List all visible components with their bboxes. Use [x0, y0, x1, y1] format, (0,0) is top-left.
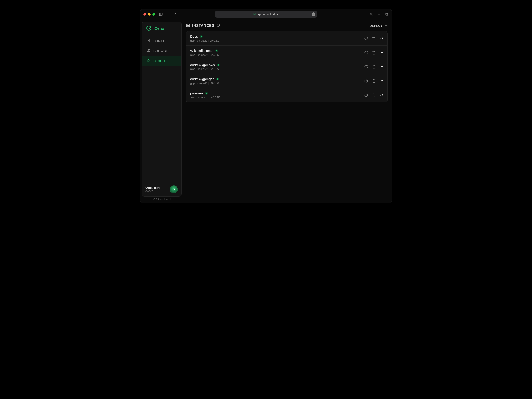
instance-delete-button[interactable]: [372, 37, 376, 40]
close-window-button[interactable]: [143, 13, 146, 16]
cloud-icon: [146, 58, 150, 63]
account-role: owner: [146, 190, 160, 193]
svg-rect-7: [386, 13, 387, 15]
instance-meta: aws | us-east-1 | v0.0.56: [190, 96, 220, 99]
instance-refresh-button[interactable]: [364, 93, 368, 97]
deploy-label: DEPLOY: [370, 24, 383, 27]
instance-open-button[interactable]: [380, 93, 383, 97]
share-icon[interactable]: [369, 13, 373, 16]
sidebar-container: Orca CURATEBROWSECLOUD Orca Test owner S…: [140, 19, 182, 203]
instance-row[interactable]: punakeaaws | us-east-1 | v0.0.56: [186, 88, 387, 102]
instance-delete-button[interactable]: [372, 51, 376, 55]
refresh-instances-button[interactable]: [216, 24, 220, 28]
instance-delete-button[interactable]: [372, 65, 376, 69]
new-tab-icon[interactable]: [377, 13, 381, 16]
lock-icon: [276, 13, 279, 16]
app-body: Orca CURATEBROWSECLOUD Orca Test owner S…: [140, 19, 392, 203]
instance-name: punakea: [190, 91, 203, 95]
svg-point-19: [187, 26, 187, 26]
account-name: Orca Test: [146, 186, 160, 190]
instance-open-button[interactable]: [380, 51, 383, 55]
account-card[interactable]: Orca Test owner S: [142, 182, 181, 196]
instance-name: Wikipedia Texts: [190, 49, 213, 52]
minimize-window-button[interactable]: [148, 13, 151, 16]
tabs-overview-icon[interactable]: [385, 13, 389, 16]
instance-name: andrew-gpu-aws: [190, 63, 215, 67]
sidebar-nav: CURATEBROWSECLOUD: [142, 36, 181, 66]
maximize-window-button[interactable]: [152, 13, 155, 16]
browser-toolbar: app.orcadb.ai ⋯: [140, 9, 392, 19]
sidebar-item-browse[interactable]: BROWSE: [142, 46, 181, 56]
instance-open-button[interactable]: [380, 79, 383, 83]
status-indicator-icon: [216, 78, 219, 81]
svg-marker-10: [148, 40, 149, 41]
instances-icon: [186, 23, 190, 28]
svg-line-12: [149, 51, 150, 51]
svg-point-11: [149, 50, 149, 51]
sidebar-item-label: BROWSE: [153, 49, 168, 53]
instance-delete-button[interactable]: [372, 93, 376, 97]
sidebar-item-label: CURATE: [153, 39, 167, 43]
main-content: INSTANCES DEPLOY Docsgcp | us-east1 | v0…: [182, 19, 392, 203]
sidebar-item-cloud[interactable]: CLOUD: [142, 56, 181, 66]
page-header: INSTANCES DEPLOY: [186, 23, 388, 28]
svg-rect-6: [386, 13, 388, 15]
build-version: v0.2.8-e48eee8: [142, 197, 182, 203]
brand-name: Orca: [154, 26, 165, 31]
svg-point-2: [253, 13, 256, 15]
brand-logo-icon: [146, 25, 152, 32]
status-indicator-icon: [200, 35, 203, 38]
url-text: app.orcadb.ai: [258, 13, 275, 16]
svg-rect-0: [159, 13, 163, 16]
avatar[interactable]: S: [170, 185, 178, 193]
status-indicator-icon: [205, 92, 208, 95]
back-button-icon[interactable]: [173, 12, 177, 16]
instance-meta: gcp | us-east1 | v0.0.56: [190, 82, 219, 85]
svg-point-18: [187, 24, 187, 25]
instances-list: Docsgcp | us-east1 | v0.0.61Wikipedia Te…: [186, 31, 388, 102]
instance-row[interactable]: andrew-gpu-gcpgcp | us-east1 | v0.0.56: [186, 74, 387, 88]
sidebar-item-curate[interactable]: CURATE: [142, 36, 181, 46]
instance-refresh-button[interactable]: [364, 79, 368, 83]
plus-icon: [385, 24, 388, 27]
instance-name: Docs: [190, 35, 198, 38]
dropdown-icon[interactable]: [165, 13, 168, 16]
status-indicator-icon: [215, 50, 218, 52]
instance-refresh-button[interactable]: [364, 37, 368, 40]
deploy-button[interactable]: DEPLOY: [370, 24, 388, 27]
sidebar-toggle-icon[interactable]: [159, 12, 163, 16]
instance-row[interactable]: Docsgcp | us-east1 | v0.0.61: [186, 32, 387, 46]
instance-meta: gcp | us-east1 | v0.0.61: [190, 39, 219, 42]
sidebar-item-label: CLOUD: [153, 59, 165, 63]
instance-meta: aws | us-east-1 | v0.0.56: [190, 68, 220, 71]
browse-icon: [146, 49, 150, 53]
address-bar[interactable]: app.orcadb.ai ⋯: [215, 11, 317, 18]
instance-name: andrew-gpu-gcp: [190, 77, 214, 81]
instance-refresh-button[interactable]: [364, 51, 368, 55]
svg-point-8: [146, 26, 151, 30]
curate-icon: [146, 38, 150, 43]
instance-row[interactable]: Wikipedia Textsaws | us-east-1 | v0.0.66: [186, 46, 387, 60]
page-title: INSTANCES: [192, 24, 214, 28]
window-controls: [143, 13, 155, 16]
brand[interactable]: Orca: [142, 22, 181, 36]
instance-meta: aws | us-east-1 | v0.0.66: [190, 53, 220, 57]
instance-refresh-button[interactable]: [364, 65, 368, 69]
browser-window: app.orcadb.ai ⋯: [140, 9, 392, 203]
site-favicon-icon: [253, 13, 256, 16]
reader-menu-icon[interactable]: ⋯: [312, 13, 315, 16]
instance-row[interactable]: andrew-gpu-awsaws | us-east-1 | v0.0.56: [186, 60, 387, 74]
instance-delete-button[interactable]: [372, 79, 376, 83]
instance-open-button[interactable]: [380, 65, 383, 69]
status-indicator-icon: [217, 64, 220, 66]
sidebar: Orca CURATEBROWSECLOUD Orca Test owner S: [142, 21, 182, 197]
instance-open-button[interactable]: [380, 37, 383, 40]
